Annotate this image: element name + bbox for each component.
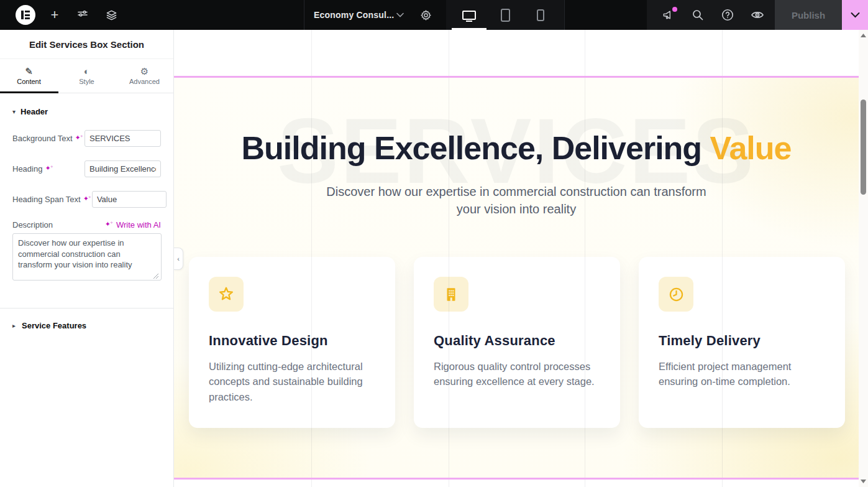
caret-down-icon: ▾ (12, 108, 16, 115)
document-settings-button[interactable] (417, 0, 434, 30)
scroll-down-arrow[interactable] (859, 477, 868, 486)
topbar-divider (304, 0, 304, 30)
card-icon-box (209, 277, 244, 312)
column-guide-line (449, 30, 449, 487)
tablet-icon (501, 9, 510, 22)
finder-search-button[interactable] (683, 0, 713, 30)
eye-icon (751, 9, 764, 21)
card-icon-box (434, 277, 468, 312)
tab-style[interactable]: ◐ Style (58, 59, 116, 93)
top-bar: + Economy Consul... (0, 0, 868, 30)
mobile-icon (537, 9, 544, 21)
add-element-button[interactable]: + (46, 0, 63, 30)
service-card[interactable]: Timely Delivery Efficient project manage… (639, 257, 845, 428)
background-text-label: Background Text (12, 134, 73, 143)
panel-header: Edit Services Box Section (0, 30, 173, 58)
card-icon-box (659, 277, 693, 312)
document-name: Economy Consul... (314, 10, 394, 20)
description-textarea[interactable]: Discover how our expertise in commercial… (12, 233, 162, 281)
caret-right-icon: ▸ (12, 322, 16, 329)
panel-body: ▾ Header Background Text ✦✧ Heading ✦✧ (0, 93, 173, 343)
gear-icon: ⚙ (140, 67, 148, 76)
help-button[interactable] (713, 0, 742, 30)
card-text: Utilizing cutting-edge architectural con… (209, 359, 375, 404)
contrast-icon: ◐ (84, 67, 89, 76)
star-icon (217, 285, 235, 303)
description-label: Description (12, 220, 53, 230)
field-heading: Heading ✦✧ (0, 155, 173, 182)
ai-sparkle-icon[interactable]: ✦✧ (45, 165, 53, 172)
field-description-labels: Description ✦✧ Write with AI (0, 213, 173, 233)
field-background-text: Background Text ✦✧ (0, 125, 173, 152)
service-cards-row: Innovative Design Utilizing cutting-edge… (189, 257, 845, 428)
column-guide-line (722, 30, 723, 487)
write-with-ai-link[interactable]: ✦✧ Write with AI (105, 220, 161, 230)
chevron-down-icon (851, 12, 860, 18)
panel-tabs: ✎ Content ◐ Style ⚙ Advanced (0, 58, 173, 93)
column-guide-line (585, 30, 585, 487)
publish-label: Publish (792, 10, 825, 21)
canvas-scrollbar[interactable] (859, 30, 868, 487)
description-field-wrap: Discover how our expertise in commercial… (0, 233, 173, 283)
card-text: Rigorous quality control processes ensur… (434, 359, 600, 389)
heading-input[interactable] (85, 160, 161, 177)
field-heading-span-text: Heading Span Text ✦✧ (0, 186, 173, 213)
structure-button[interactable] (102, 0, 121, 30)
scrollbar-thumb[interactable] (861, 100, 866, 195)
elementor-logo-icon (21, 11, 30, 19)
elementor-logo[interactable] (16, 5, 35, 25)
background-text-input[interactable] (85, 130, 161, 147)
scroll-up-arrow[interactable] (859, 31, 868, 40)
plus-icon: + (51, 8, 59, 22)
device-mobile-button[interactable] (523, 0, 558, 30)
whats-new-button[interactable] (653, 0, 683, 30)
sliders-icon (77, 9, 88, 21)
section-description[interactable]: Discover how our expertise in commercial… (318, 183, 715, 218)
section-boundary-bottom (174, 478, 859, 480)
notification-dot (672, 7, 677, 12)
card-title: Timely Delivery (659, 333, 825, 349)
help-icon (721, 9, 734, 21)
preview-canvas: SERVICES Building Excellence, Delivering… (174, 30, 868, 487)
card-text: Efficient project management ensuring on… (659, 359, 825, 389)
ai-sparkle-icon[interactable]: ✦✧ (83, 195, 92, 202)
service-card[interactable]: Quality Assurance Rigorous quality contr… (414, 257, 620, 428)
utility-segment (647, 0, 775, 30)
service-card[interactable]: Innovative Design Utilizing cutting-edge… (189, 257, 395, 428)
pencil-icon: ✎ (25, 67, 33, 76)
card-title: Innovative Design (209, 333, 375, 349)
publish-button[interactable]: Publish (775, 0, 842, 30)
editor-panel: Edit Services Box Section ✎ Content ◐ St… (0, 30, 174, 487)
ai-sparkle-icon: ✦✧ (105, 221, 114, 228)
panel-title: Edit Services Box Section (29, 39, 144, 50)
ai-sparkle-icon[interactable]: ✦✧ (75, 134, 84, 141)
clock-icon (668, 286, 685, 303)
site-settings-button[interactable] (74, 0, 91, 30)
heading-span-text-input[interactable] (92, 191, 167, 208)
card-title: Quality Assurance (434, 333, 600, 349)
topbar-divider (564, 0, 565, 30)
responsive-mode-switcher (446, 0, 564, 30)
chevron-down-icon (396, 12, 404, 17)
active-device-underline (452, 28, 487, 30)
elementor-editor: + Economy Consul... (0, 0, 868, 487)
device-tablet-button[interactable] (488, 0, 523, 30)
panel-collapse-handle[interactable]: ‹ (174, 248, 183, 270)
services-header[interactable]: Building Excellence, Delivering Value Di… (174, 129, 859, 218)
desktop-icon (462, 11, 476, 20)
tab-advanced[interactable]: ⚙ Advanced (116, 59, 173, 93)
building-icon (443, 286, 459, 302)
preview-button[interactable] (742, 0, 772, 30)
tab-content[interactable]: ✎ Content (0, 59, 58, 93)
heading-label: Heading (12, 164, 42, 174)
section-heading[interactable]: Building Excellence, Delivering Value (174, 129, 859, 167)
publish-options-button[interactable] (842, 0, 868, 30)
section-boundary-top (174, 76, 859, 78)
section-header-toggle[interactable]: ▾ Header (0, 93, 173, 125)
section-service-features-toggle[interactable]: ▸ Service Features (0, 308, 173, 343)
search-icon (692, 9, 704, 21)
device-desktop-button[interactable] (452, 0, 487, 30)
layers-icon (106, 9, 117, 21)
column-guide-line (311, 30, 312, 487)
document-switcher-chevron[interactable] (393, 0, 408, 30)
